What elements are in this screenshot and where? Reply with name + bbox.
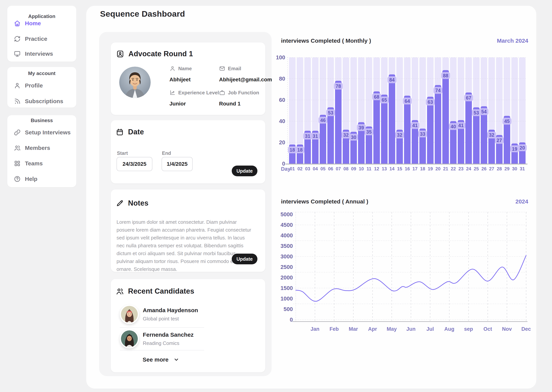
candidate-row[interactable]: Amanda Haydenson Global point test <box>120 305 204 325</box>
svg-text:46: 46 <box>320 118 326 123</box>
home-icon <box>14 20 21 27</box>
svg-text:60: 60 <box>279 97 285 103</box>
field-label: Name <box>178 66 192 72</box>
monthly-bar-chart: 0204060801001818313146537832303935686584… <box>276 46 533 176</box>
sidebar-item-setup-interviews[interactable]: Setup Interviews <box>7 127 76 137</box>
sidebar-item-members[interactable]: Members <box>7 143 76 153</box>
sidebar-item-interviews[interactable]: Interviews <box>7 49 76 59</box>
sidebar-item-profile[interactable]: Profile <box>7 81 76 91</box>
svg-text:35: 35 <box>366 129 372 134</box>
svg-text:Nov: Nov <box>502 326 512 332</box>
svg-text:84: 84 <box>389 77 395 83</box>
svg-text:Apr: Apr <box>368 326 377 332</box>
notes-text: Lorem ipsum dolor sit amet consectetur. … <box>116 218 252 273</box>
svg-text:Jun: Jun <box>406 326 415 332</box>
candidate-avatar <box>120 305 139 324</box>
svg-text:03: 03 <box>305 166 310 171</box>
field-value: Junior <box>169 101 219 107</box>
see-more-button[interactable]: See more <box>143 357 179 363</box>
candidate-row[interactable]: Fernenda Sanchez Reading Comics <box>120 329 204 349</box>
sync-icon <box>14 35 21 42</box>
svg-text:18: 18 <box>297 147 303 153</box>
svg-text:Jan: Jan <box>311 326 320 332</box>
notes-card: Notes Lorem ipsum dolor sit amet consect… <box>111 189 265 272</box>
svg-text:06: 06 <box>328 166 333 171</box>
sidebar-item-home[interactable]: Home <box>7 18 76 28</box>
svg-text:18: 18 <box>420 166 425 171</box>
rss-icon <box>14 98 21 105</box>
candidates-card-title: Recent Candidates <box>128 287 194 295</box>
sidebar-card-application: Application Home Practice Interviews <box>7 6 76 62</box>
end-date-input[interactable]: 1/4/2025 <box>162 157 193 171</box>
chart-up-icon <box>169 90 175 96</box>
briefcase-icon <box>219 90 225 96</box>
sidebar-section-title: My account <box>7 70 76 76</box>
svg-text:88: 88 <box>443 73 448 78</box>
svg-text:19: 19 <box>512 146 517 152</box>
svg-text:1000: 1000 <box>280 295 293 302</box>
annual-chart-period: 2024 <box>516 198 528 205</box>
sidebar-item-teams[interactable]: Teams <box>7 159 76 168</box>
sidebar-item-label: Setup Interviews <box>25 129 71 136</box>
svg-text:11: 11 <box>366 166 371 171</box>
svg-text:31: 31 <box>305 133 310 139</box>
date-card: Date Start 24/3/2025 End 1/4/2025 Update <box>111 120 265 183</box>
svg-text:53: 53 <box>474 110 479 115</box>
svg-text:63: 63 <box>428 99 433 105</box>
notes-update-button[interactable]: Update <box>232 254 257 264</box>
chevron-down-icon <box>174 357 179 363</box>
app-window: Sequence Dashboard Application Home Prac… <box>0 0 552 392</box>
svg-text:65: 65 <box>382 97 387 103</box>
svg-text:4500: 4500 <box>280 222 293 228</box>
svg-text:May: May <box>387 326 397 332</box>
field-label: Job Function <box>228 90 259 96</box>
sidebar-item-label: Interviews <box>25 50 53 57</box>
svg-text:32: 32 <box>343 132 349 138</box>
link-icon <box>14 129 21 136</box>
svg-text:sep: sep <box>464 326 473 332</box>
svg-text:27: 27 <box>489 166 494 171</box>
sidebar-item-label: Profile <box>25 82 43 89</box>
svg-text:40: 40 <box>450 124 456 129</box>
sidebar-item-label: Subscriptions <box>25 98 63 105</box>
start-date-input[interactable]: 24/3/2025 <box>116 157 152 171</box>
monthly-chart-title: interviews Completed ( Monthly ) <box>281 37 371 44</box>
field-value: Abhijeet@gmail.com <box>219 77 272 83</box>
end-label: End <box>162 150 171 156</box>
sidebar-card-my-account: My account Profile Subscriptions <box>7 67 76 108</box>
sidebar-section-title: Business <box>7 118 76 123</box>
svg-text:100: 100 <box>276 54 285 61</box>
sidebar-item-label: Home <box>25 20 41 27</box>
candidate-subtitle: Global point test <box>143 316 179 322</box>
svg-text:Aug: Aug <box>444 326 454 332</box>
start-label: Start <box>117 150 128 156</box>
divider <box>120 327 204 328</box>
svg-text:5000: 5000 <box>280 211 293 217</box>
svg-text:64: 64 <box>405 98 410 104</box>
field-job-function: Job Function Round 1 <box>219 90 259 107</box>
sidebar-item-label: Teams <box>25 160 43 167</box>
svg-text:Jul: Jul <box>427 326 434 332</box>
users-icon <box>116 287 124 295</box>
svg-text:23: 23 <box>458 166 464 171</box>
svg-text:29: 29 <box>504 166 510 171</box>
sidebar-item-label: Help <box>25 176 37 182</box>
sidebar-item-help[interactable]: Help <box>7 174 76 184</box>
candidate-name: Fernenda Sanchez <box>143 331 194 338</box>
annual-chart-title: interviews Completed ( Annual ) <box>281 198 368 205</box>
help-circle-icon <box>14 175 21 182</box>
svg-text:26: 26 <box>481 166 487 171</box>
sidebar-item-subscriptions[interactable]: Subscriptions <box>7 96 76 106</box>
candidate-avatar <box>120 329 139 348</box>
svg-text:53: 53 <box>328 110 333 115</box>
svg-text:14: 14 <box>389 166 395 171</box>
svg-text:33: 33 <box>420 131 425 137</box>
svg-text:01: 01 <box>290 166 295 171</box>
field-email: Email Abhijeet@gmail.com <box>219 65 272 83</box>
svg-text:20: 20 <box>279 139 285 146</box>
sidebar-item-practice[interactable]: Practice <box>7 34 76 44</box>
date-update-button[interactable]: Update <box>232 166 257 176</box>
sidebar-item-label: Practice <box>25 35 47 42</box>
svg-text:18: 18 <box>290 147 295 153</box>
candidate-subtitle: Reading Comics <box>143 340 179 346</box>
